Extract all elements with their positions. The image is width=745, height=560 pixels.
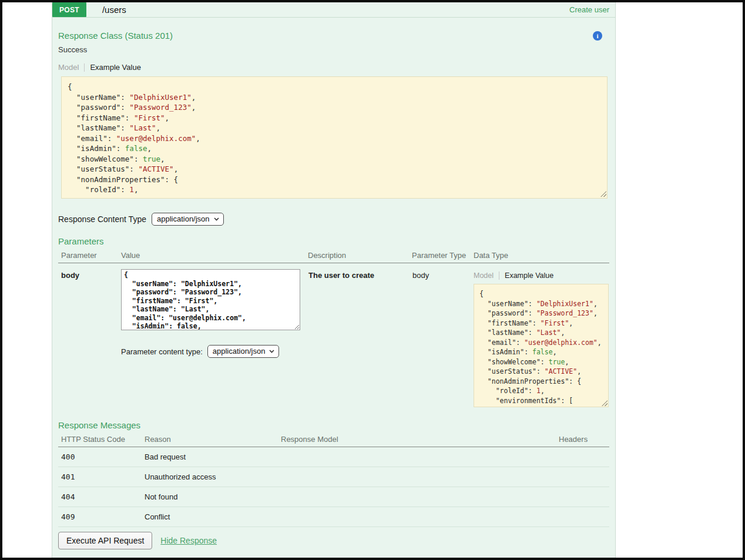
response-messages-header: HTTP Status Code Reason Response Model H… <box>58 435 609 447</box>
parameter-content-type-row: Parameter content type: application/json <box>121 345 308 358</box>
status-code: 404 <box>58 492 145 501</box>
col-http-status-code: HTTP Status Code <box>58 435 145 444</box>
col-description: Description <box>308 251 412 260</box>
hide-response-link[interactable]: Hide Response <box>160 536 217 545</box>
create-user-link[interactable]: Create user <box>569 5 615 14</box>
data-type-tabs: Model Example Value <box>474 271 609 280</box>
table-row: 400 Bad request <box>58 447 609 467</box>
col-value: Value <box>121 251 308 260</box>
tab-model[interactable]: Model <box>58 63 85 72</box>
actions-row: Execute API Request Hide Response <box>58 532 609 549</box>
response-class-tabs: Model Example Value <box>58 63 609 72</box>
data-type-example-wrap: { "userName": "DelphixUser1", "password"… <box>474 284 609 407</box>
response-messages-heading: Response Messages <box>58 420 609 430</box>
parameters-table-header: Parameter Value Description Parameter Ty… <box>58 251 609 263</box>
tab-model[interactable]: Model <box>474 271 499 280</box>
parameter-content-type-select[interactable]: application/json <box>207 345 280 358</box>
col-response-model: Response Model <box>281 435 559 444</box>
tab-example-value[interactable]: Example Value <box>85 63 140 72</box>
parameter-description: The user to create <box>308 269 412 407</box>
endpoint-path[interactable]: /users <box>86 5 126 15</box>
parameter-content-type-label: Parameter content type: <box>121 347 203 356</box>
status-code: 400 <box>58 452 145 461</box>
parameters-heading: Parameters <box>58 236 609 246</box>
operation-content: Response Class (Status 201) i Success Mo… <box>52 18 615 558</box>
reason: Not found <box>145 492 281 501</box>
col-reason: Reason <box>145 435 281 444</box>
parameter-name: body <box>58 269 121 407</box>
col-data-type: Data Type <box>474 251 609 260</box>
data-type-example-json: { "userName": "DelphixUser1", "password"… <box>474 284 609 407</box>
parameter-content-type-value: application/json <box>213 347 266 356</box>
operation-header: POST /users Create user <box>52 2 615 18</box>
status-code: 409 <box>58 512 145 521</box>
reason: Bad request <box>145 452 281 461</box>
table-row: 404 Not found <box>58 487 609 507</box>
response-content-type-value: application/json <box>157 214 210 223</box>
col-headers: Headers <box>559 435 609 444</box>
parameter-value-cell: { "userName": "DelphixUser1", "password"… <box>121 269 308 407</box>
http-method-badge[interactable]: POST <box>52 2 86 17</box>
page: POST /users Create user Response Class (… <box>2 2 743 558</box>
response-class-section-head: Response Class (Status 201) i <box>58 31 609 41</box>
parameter-row-body: body { "userName": "DelphixUser1", "pass… <box>58 263 609 407</box>
chevron-down-icon <box>269 350 274 353</box>
tab-example-value[interactable]: Example Value <box>499 271 553 280</box>
table-row: 401 Unauthorized access <box>58 467 609 487</box>
table-row: 409 Conflict <box>58 507 609 527</box>
response-class-subtitle: Success <box>58 45 609 54</box>
response-example-json: { "userName": "DelphixUser1", "password"… <box>61 76 608 199</box>
col-parameter-type: Parameter Type <box>412 251 474 260</box>
reason: Conflict <box>145 512 281 521</box>
status-code: 401 <box>58 472 145 481</box>
chevron-down-icon <box>214 217 219 221</box>
body-parameter-textarea[interactable]: { "userName": "DelphixUser1", "password"… <box>121 269 300 330</box>
reason: Unauthorized access <box>145 472 281 481</box>
api-operation-panel: POST /users Create user Response Class (… <box>52 2 616 558</box>
response-example-wrap: { "userName": "DelphixUser1", "password"… <box>58 76 609 199</box>
response-content-type-row: Response Content Type application/json <box>58 213 609 226</box>
execute-api-request-button[interactable]: Execute API Request <box>58 532 152 549</box>
info-icon[interactable]: i <box>593 31 602 41</box>
col-parameter: Parameter <box>58 251 121 260</box>
response-content-type-label: Response Content Type <box>58 214 146 224</box>
response-content-type-select[interactable]: application/json <box>152 213 224 226</box>
parameter-type: body <box>412 269 474 407</box>
data-type-cell: Model Example Value { "userName": "Delph… <box>474 269 609 407</box>
response-class-heading: Response Class (Status 201) <box>58 31 173 41</box>
